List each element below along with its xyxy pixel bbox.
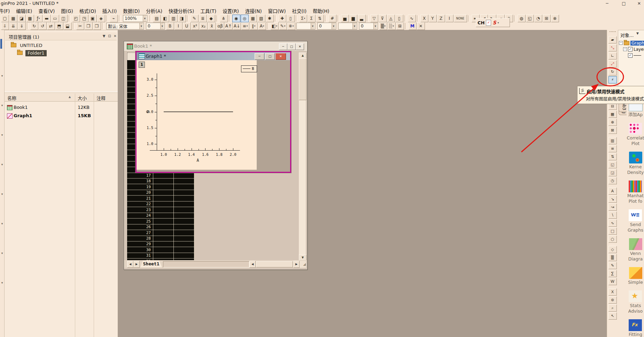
menu-item[interactable]: 编辑(E) — [13, 7, 35, 14]
dock-chevron-button[interactable]: ▾ — [0, 103, 4, 108]
toolbar-button[interactable]: ⌁ — [110, 15, 118, 22]
app-item[interactable]: Stats Adviso — [628, 290, 643, 314]
chevron-down-icon[interactable]: ▾ — [373, 23, 377, 29]
toolbar-button[interactable]: Z — [437, 15, 445, 22]
toolbar-button[interactable]: ▣ — [89, 15, 97, 22]
toolbar-button[interactable]: ◲ — [608, 169, 617, 176]
toolbar-button[interactable]: # — [328, 15, 336, 22]
toolbar-button[interactable] — [216, 15, 218, 22]
ime-doc-icon[interactable]: ✓ — [486, 20, 491, 26]
toolbar-button[interactable]: ※ — [287, 22, 295, 30]
tab-nav-right-icon[interactable]: ▶ — [133, 261, 140, 268]
chevron-down-icon[interactable]: ▾ — [498, 21, 499, 24]
dock-chevron-button[interactable]: ▾ — [0, 133, 4, 137]
chevron-down-icon[interactable]: ▾ — [160, 23, 164, 29]
menu-item[interactable]: 窗口(W) — [265, 7, 289, 14]
toolbar-button[interactable]: ≣ — [199, 15, 207, 22]
vertical-scrollbar[interactable]: ▲ ▼ — [299, 53, 306, 260]
hscroll-left-icon[interactable]: ◀ — [249, 261, 256, 268]
minimize-button[interactable]: ─ — [255, 53, 264, 60]
toolbar-button[interactable]: ↻ — [30, 22, 38, 30]
maximize-button[interactable]: □ — [265, 53, 275, 60]
toolbar-button[interactable]: ▦ — [249, 15, 257, 22]
toolbar-button[interactable]: ∿ — [408, 15, 416, 22]
toolbar-button[interactable]: ◔ — [534, 15, 542, 22]
toolbar-button[interactable]: ▃ — [358, 15, 366, 22]
toolbar-button[interactable]: X — [608, 288, 617, 296]
toolbar-button[interactable] — [229, 15, 231, 22]
close-button[interactable]: ✕ — [633, 0, 644, 7]
scrollbar-thumb[interactable] — [299, 58, 307, 100]
toolbar-button[interactable]: ◷ — [608, 177, 617, 184]
graph1-window[interactable]: Graph1 * ─ □ ✕ 1.01.21.41.61.82.01.01.52… — [135, 51, 291, 173]
dock-chevron-button[interactable]: ▾ — [0, 73, 4, 78]
app-item[interactable]: Kerne Density — [627, 152, 644, 175]
close-button[interactable]: ✕ — [296, 43, 304, 50]
row-number[interactable]: 24 — [127, 213, 153, 218]
menu-item[interactable]: 设置(R) — [219, 7, 242, 14]
app-item[interactable]: Send Graphs — [628, 209, 643, 233]
toolbar-button[interactable]: ▯ — [287, 15, 295, 22]
toolbar-button[interactable]: ◧ — [271, 22, 279, 30]
style-combo-2[interactable]: 0▾ — [317, 23, 336, 30]
tree-minus-icon[interactable]: − — [619, 41, 623, 45]
toolbar-button[interactable]: ◪ — [18, 15, 26, 22]
menu-item[interactable]: 格式(O) — [76, 7, 99, 14]
toolbar-button[interactable]: ▆ — [349, 15, 357, 22]
row-number[interactable]: 19 — [127, 184, 153, 190]
dock-chevron-button[interactable]: ▾ — [0, 251, 4, 256]
zoom-combo[interactable]: 100%▾ — [123, 15, 147, 22]
toolbar-button[interactable]: ƒ — [34, 15, 42, 22]
legend[interactable]: B — [241, 65, 257, 72]
style-combo-4[interactable]: 0▾ — [359, 23, 378, 30]
menu-item[interactable]: 分析(A) — [143, 7, 165, 14]
toolbar-button[interactable]: ░ — [388, 22, 396, 30]
toolbar-button[interactable]: ⚡ — [608, 76, 617, 83]
toolbar-button[interactable]: NONE — [454, 15, 467, 22]
toolbar-button[interactable]: ⊞ — [396, 22, 404, 30]
toolbar-button[interactable]: ◆ — [207, 15, 215, 22]
toolbar-button[interactable]: Ⅰ — [445, 15, 453, 22]
toolbar-button[interactable]: ▒ — [379, 22, 387, 30]
toolbar-button[interactable]: ∑ — [608, 270, 617, 277]
app-item[interactable]: Simple — [628, 267, 643, 285]
toolbar-button[interactable]: ↝ — [608, 203, 617, 211]
minimize-button[interactable]: ─ — [279, 43, 287, 50]
toolbar-button[interactable]: A↓ — [233, 22, 241, 30]
toolbar-button[interactable]: ◉ — [232, 15, 240, 22]
toolbar-button[interactable]: ◬ — [387, 15, 395, 22]
menu-item[interactable]: 快捷分析(S) — [165, 7, 197, 14]
toolbar-button[interactable]: ⊕ — [608, 119, 617, 126]
toolbar-button[interactable]: ⇓ — [18, 22, 26, 30]
toolbar-button[interactable]: ≡ — [608, 145, 617, 152]
toolbar-button[interactable] — [106, 15, 108, 22]
toolbar-button[interactable]: ⊚ — [608, 296, 617, 304]
menu-item[interactable]: 查看(V) — [35, 7, 58, 14]
toolbar-button[interactable] — [417, 15, 419, 22]
toolbar-button[interactable]: ◫ — [60, 15, 68, 22]
toolbar-button[interactable]: x₂ — [200, 22, 208, 30]
toolbar-button[interactable]: ↻ — [608, 68, 617, 75]
close-icon[interactable]: ✕ — [112, 33, 118, 39]
toolbar-button[interactable] — [267, 23, 269, 29]
toolbar-button[interactable]: ▦ — [9, 15, 17, 22]
ime-lang-button[interactable]: CH — [478, 20, 484, 25]
column-header-name[interactable]: 名称 — [7, 95, 16, 101]
book1-title-bar[interactable]: Book1 * ─ □ ✕ — [124, 41, 307, 51]
toolbar-button[interactable] — [468, 15, 470, 22]
toolbar-button[interactable]: ⊠ — [608, 127, 617, 134]
chevron-down-icon[interactable]: ▾ — [143, 15, 146, 22]
toolbar-handle[interactable] — [610, 31, 616, 34]
file-list-row[interactable]: Book1 12KB — [5, 103, 118, 112]
toolbar-button[interactable]: αβ — [216, 22, 224, 30]
font-combo[interactable]: 默认: 宋体▾ — [106, 23, 144, 30]
toolbar-button[interactable]: ▥ — [170, 15, 178, 22]
graph1-title-bar[interactable]: Graph1 * ─ □ ✕ — [137, 52, 290, 60]
toolbar-button[interactable]: X — [420, 15, 428, 22]
toolbar-button[interactable]: ∖ — [608, 211, 617, 219]
toolbar-button[interactable] — [119, 15, 121, 22]
toolbar-button[interactable] — [296, 15, 298, 22]
toolbar-button[interactable]: ✚ — [278, 15, 286, 22]
toolbar-button[interactable]: ▰ — [608, 36, 617, 43]
checkbox-checked[interactable]: ✓ — [628, 53, 633, 58]
